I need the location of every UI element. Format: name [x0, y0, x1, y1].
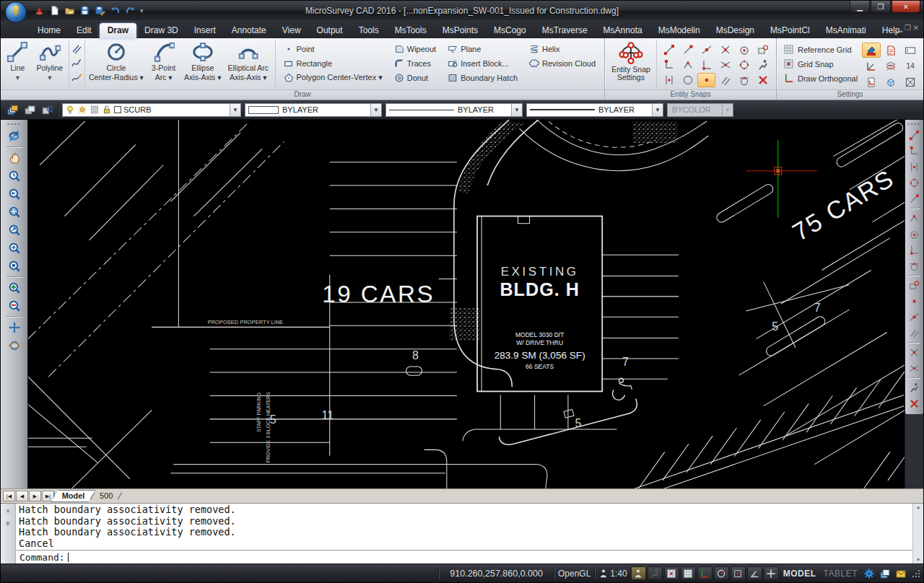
revision-cloud-button[interactable]: Revision Cloud — [527, 57, 598, 69]
entity-snap-settings-button[interactable]: Entity Snap Settings — [607, 40, 655, 89]
tab-draw3d[interactable]: Draw 3D — [136, 23, 186, 38]
snap-insertion-button-side[interactable] — [907, 159, 922, 175]
snap-apex-button[interactable] — [679, 58, 697, 72]
orbit-button[interactable] — [5, 336, 24, 354]
tab-output[interactable]: Output — [309, 23, 351, 38]
3d-box-button[interactable] — [881, 74, 900, 89]
scale-badge-button[interactable]: 14 — [901, 58, 920, 74]
grid-snap-toggle-status[interactable] — [664, 566, 679, 580]
reference-grid-toggle[interactable]: Reference Grid — [783, 43, 858, 56]
zoom-object-button[interactable] — [5, 257, 24, 275]
annotation-scale[interactable]: 1:40 — [610, 569, 627, 579]
layer-dropdown-arrow-icon[interactable]: ▼ — [230, 104, 240, 116]
snap-center-button-side[interactable] — [907, 226, 922, 242]
snap-node-button-side-active[interactable] — [907, 293, 922, 309]
snap-intersection-button-side[interactable] — [907, 344, 922, 360]
snap-insert-button-side[interactable] — [907, 277, 922, 293]
command-prompt-row[interactable]: Command: — [16, 550, 912, 564]
point-button[interactable]: Point — [282, 43, 385, 55]
double-line-button[interactable] — [69, 43, 84, 56]
crosshair-toggle[interactable] — [764, 566, 779, 580]
mail-icon[interactable] — [895, 568, 907, 579]
grid-snap-toggle[interactable]: Grid Snap — [783, 58, 858, 70]
rectangle-button[interactable]: Rectangle — [282, 57, 385, 69]
snap-tangent-button[interactable] — [735, 73, 753, 87]
lineweight-dropdown-arrow-icon[interactable]: ▼ — [652, 104, 663, 116]
regen-button[interactable] — [5, 127, 24, 145]
tab-mspoints[interactable]: MsPoints — [435, 23, 486, 38]
tab-msannota[interactable]: MsAnnota — [596, 23, 650, 38]
tab-tools[interactable]: Tools — [351, 23, 387, 38]
command-pin-icon[interactable] — [4, 520, 12, 529]
tab-draw[interactable]: Draw — [100, 23, 136, 38]
spline-button[interactable] — [69, 57, 84, 70]
layer-dropdown[interactable]: SCURB ▼ — [62, 103, 241, 117]
next-sheet-button[interactable]: ▶ — [29, 491, 41, 501]
snap-midpoint-button-side[interactable] — [907, 210, 922, 226]
line-tool-button[interactable]: Line ▾ — [3, 40, 32, 89]
zoom-in-button[interactable] — [5, 279, 24, 297]
save-button[interactable] — [78, 4, 91, 17]
toolbar-grip-right[interactable]: •••• — [907, 120, 921, 127]
snap-corner-button-side[interactable] — [907, 143, 922, 159]
snap-none-button[interactable] — [754, 73, 772, 87]
renderer-label[interactable]: OpenGL — [558, 569, 590, 579]
tab-insert[interactable]: Insert — [186, 23, 224, 38]
qat-customize-dropdown-icon[interactable]: ▾ — [140, 7, 144, 14]
close-button[interactable]: ✕ — [892, 1, 920, 13]
tablet-toggle[interactable]: TABLET — [824, 569, 858, 579]
snap-marker-toggle[interactable] — [731, 566, 746, 580]
layer-previous-button[interactable] — [22, 102, 37, 117]
fill-mode-button-active[interactable] — [862, 43, 881, 58]
zoom-out-button[interactable] — [5, 297, 24, 315]
snap-intersection-button[interactable] — [716, 43, 734, 57]
tab-mstraverse[interactable]: MsTraverse — [534, 23, 596, 38]
snap-perpendicular-button-side[interactable] — [907, 242, 922, 258]
snap-tangent-button-side[interactable] — [907, 258, 922, 273]
command-close-icon[interactable]: ✕ — [6, 507, 10, 514]
save-as-button[interactable] — [93, 4, 106, 17]
zoom-center-button[interactable] — [5, 239, 24, 257]
lineweight-dropdown[interactable]: BYLAYER ▼ — [526, 103, 663, 117]
snap-quick-button[interactable] — [754, 58, 772, 72]
restore-button[interactable]: ❐ — [871, 1, 891, 13]
snap-endpoint-button-side[interactable] — [907, 127, 922, 143]
arc-tool-button[interactable]: 3-Point Arc ▾ — [146, 40, 182, 89]
zoom-dynamic-button[interactable] — [5, 221, 24, 239]
draw-orthogonal-toggle[interactable]: Draw Orthogonal — [783, 72, 858, 84]
zoom-realtime-button[interactable] — [5, 167, 24, 185]
redo-button[interactable] — [123, 4, 136, 17]
snap-perpendicular-button[interactable] — [697, 58, 715, 72]
prev-sheet-button[interactable]: ◀ — [16, 491, 28, 501]
rich-line-style-button[interactable] — [881, 43, 900, 58]
command-scrollbar[interactable]: ▲ ▼ — [912, 504, 923, 564]
angle-toggle[interactable] — [747, 566, 762, 580]
snap-nearest-circle-button[interactable] — [679, 73, 697, 87]
ellipse-tool-button[interactable]: Ellipse Axis-Axis ▾ — [181, 40, 224, 89]
resize-grip[interactable] — [912, 569, 920, 578]
snap-midpoint-button[interactable] — [697, 43, 715, 57]
no-boundary-button[interactable] — [901, 74, 920, 89]
new-file-button[interactable] — [48, 4, 61, 17]
toolbar-grip[interactable]: •••• — [7, 120, 21, 127]
color-dropdown[interactable]: BYLAYER ▼ — [245, 103, 382, 117]
zoom-previous-button[interactable] — [5, 185, 24, 203]
snap-none-button-side[interactable] — [907, 395, 922, 411]
polyline-tool-button[interactable]: Polyline ▾ — [32, 40, 67, 89]
circle-tool-button[interactable]: Circle Center-Radius ▾ — [87, 40, 146, 89]
helmet-icon[interactable] — [32, 4, 45, 17]
ucs-axis-button[interactable] — [862, 58, 881, 74]
snap-nearest2-button-side[interactable] — [907, 309, 922, 325]
tab-home[interactable]: Home — [30, 23, 69, 38]
etrack-toggle[interactable] — [648, 566, 663, 580]
plane-button[interactable]: Plane — [445, 43, 520, 55]
drawing-canvas[interactable]: 19 CARS 75 CARS PROPOSED PROPERTY LINE S… — [28, 120, 905, 488]
tab-annotate[interactable]: Annotate — [224, 23, 274, 38]
snap-parallel-button[interactable] — [716, 73, 734, 87]
traces-button[interactable]: Traces — [392, 57, 438, 69]
boundary-hatch-button[interactable]: Boundary Hatch — [445, 71, 520, 84]
esnap-toggle[interactable] — [631, 566, 646, 580]
snap-apparent-intersection-button[interactable] — [716, 58, 734, 72]
layer-explore-button[interactable] — [40, 102, 54, 117]
color-dropdown-arrow-icon[interactable]: ▼ — [370, 104, 381, 116]
